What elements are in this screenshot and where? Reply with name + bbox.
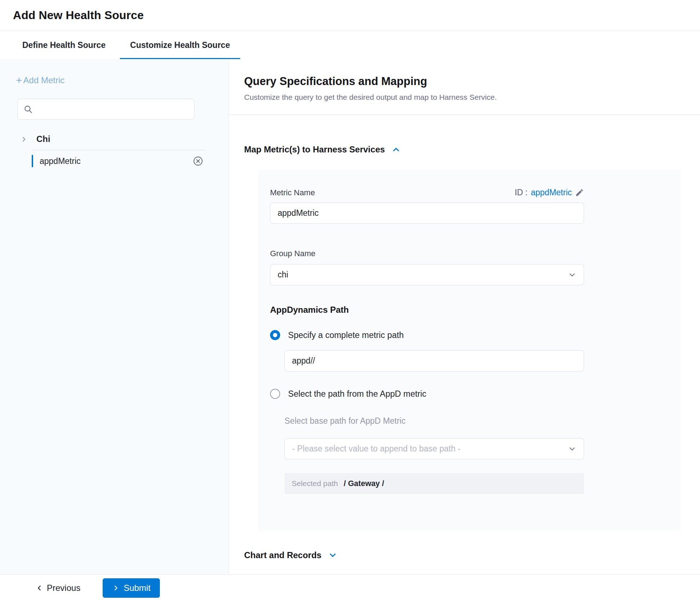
edit-icon[interactable] [575, 188, 584, 197]
search-icon [23, 104, 33, 114]
add-metric-button[interactable]: + Add Metric [16, 75, 229, 86]
page-header: Add New Health Source [0, 0, 700, 31]
selected-path-label: Selected path [292, 479, 338, 488]
selected-path-display: Selected path / Gateway / [284, 473, 584, 494]
metrics-sidebar: + Add Metric Chi appdMetric [0, 59, 229, 574]
metric-search-input[interactable] [36, 104, 188, 114]
base-path-label: Select base path for AppD Metric [284, 416, 584, 426]
metric-item-appdmetric[interactable]: appdMetric [0, 150, 229, 172]
footer-bar: Previous Submit [0, 574, 700, 601]
metric-search-box[interactable] [17, 99, 194, 120]
radio-select-appd-path[interactable]: Select the path from the AppD metric [270, 389, 681, 399]
chevron-down-icon [568, 445, 576, 453]
chart-and-records-label: Chart and Records [244, 550, 322, 560]
group-name-label: Group Name [270, 249, 681, 258]
tab-bar: Define Health Source Customize Health So… [0, 31, 700, 59]
metric-group-chi[interactable]: Chi [20, 131, 229, 147]
metric-name-label: Metric Name [270, 188, 315, 197]
submit-button-label: Submit [124, 583, 151, 593]
complete-metric-path-input[interactable] [284, 350, 584, 371]
metric-name-input[interactable] [270, 202, 584, 224]
group-name-select[interactable]: chi [270, 264, 584, 285]
radio-selected-icon [270, 330, 280, 340]
chevron-down-icon [328, 551, 337, 560]
metric-id-link[interactable]: appdMetric [531, 188, 572, 197]
section-subtitle: Customize the query to get the desired o… [244, 93, 700, 102]
chevron-right-icon [112, 584, 120, 592]
radio-select-appd-path-label: Select the path from the AppD metric [288, 389, 426, 399]
metric-item-label: appdMetric [40, 156, 81, 166]
base-path-placeholder: - Please select value to append to base … [292, 444, 461, 454]
map-metrics-section-title: Map Metric(s) to Harness Services [244, 144, 385, 155]
tab-customize-health-source[interactable]: Customize Health Source [120, 31, 240, 59]
remove-metric-icon[interactable] [193, 156, 203, 166]
submit-button[interactable]: Submit [103, 578, 160, 598]
chevron-down-icon [568, 271, 576, 279]
group-name-value: chi [278, 270, 288, 280]
add-metric-label: Add Metric [23, 75, 65, 85]
section-title: Query Specifications and Mapping [244, 75, 700, 88]
plus-icon: + [16, 75, 22, 86]
metric-mapping-panel: Metric Name ID : appdMetric Group Name [259, 170, 681, 531]
chevron-right-icon [20, 135, 28, 143]
previous-button[interactable]: Previous [35, 583, 80, 593]
base-path-select[interactable]: - Please select value to append to base … [284, 438, 584, 459]
map-metrics-section-toggle[interactable]: Map Metric(s) to Harness Services [244, 144, 700, 155]
selected-path-value: / Gateway / [344, 479, 384, 488]
tab-define-health-source[interactable]: Define Health Source [12, 31, 116, 59]
content-area: + Add Metric Chi appdMetric [0, 59, 700, 574]
metric-id-prefix: ID : [515, 188, 528, 197]
previous-button-label: Previous [47, 583, 80, 593]
selected-metric-accent [32, 155, 33, 167]
chevron-left-icon [35, 584, 43, 592]
section-divider [229, 115, 700, 115]
page-title: Add New Health Source [13, 9, 144, 22]
radio-unselected-icon [270, 389, 280, 399]
radio-complete-metric-path[interactable]: Specify a complete metric path [270, 330, 681, 340]
chevron-up-icon [391, 145, 401, 154]
appdynamics-path-label: AppDynamics Path [270, 305, 681, 315]
main-panel: Query Specifications and Mapping Customi… [229, 59, 700, 574]
radio-complete-metric-path-label: Specify a complete metric path [288, 330, 404, 340]
metric-group-label: Chi [36, 134, 50, 144]
chart-and-records-toggle[interactable]: Chart and Records [244, 550, 700, 560]
